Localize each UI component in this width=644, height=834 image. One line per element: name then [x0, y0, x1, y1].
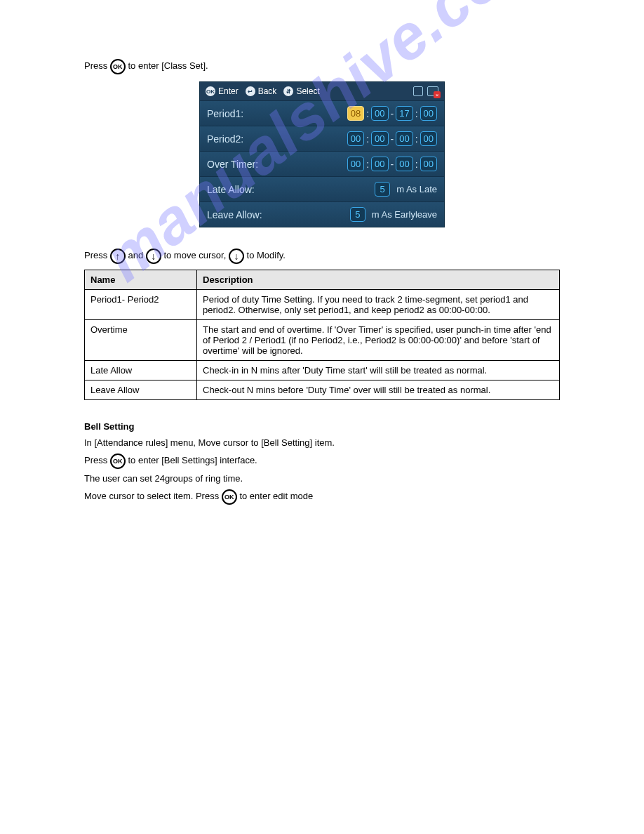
select-hint: ⇵Select	[283, 86, 319, 96]
table-row: Leave Allow Check-out N mins before 'Dut…	[85, 380, 560, 400]
cell-desc: Period of duty Time Setting. If you need…	[197, 290, 560, 320]
intro-prefix: Press	[84, 60, 110, 71]
th-desc: Description	[197, 270, 560, 290]
instr2-prefix: Press	[84, 250, 110, 260]
enter-label: Enter	[218, 86, 239, 96]
bell-line-3: Move cursor to select item. Press OK to …	[84, 489, 560, 505]
instr2-mid2: to move cursor,	[163, 250, 228, 260]
period1-end-min[interactable]: 00	[420, 106, 437, 121]
period2-start-min[interactable]: 00	[371, 131, 388, 146]
cell-name: Overtime	[85, 320, 197, 361]
cell-name: Period1- Period2	[85, 290, 197, 320]
bell-3-suffix: to enter edit mode	[239, 491, 313, 501]
late-allow-row: Late Allow: 5 m As Late	[200, 177, 444, 202]
ok-icon: OK	[110, 59, 126, 74]
cell-desc: The start and end of overtime. If 'Over …	[197, 320, 560, 361]
cell-desc: Check-in in N mins after 'Duty Time star…	[197, 361, 560, 380]
over-start-min[interactable]: 00	[371, 157, 388, 171]
bell-3-prefix: Move cursor to select item. Press	[84, 491, 222, 501]
late-allow-label: Late Allow:	[207, 184, 255, 195]
late-allow-value[interactable]: 5	[375, 182, 390, 197]
panel-header: OKEnter ↩Back ⇵Select	[200, 82, 444, 101]
cell-name: Late Allow	[85, 361, 197, 380]
intro-line: Press OK to enter [Class Set].	[84, 59, 560, 74]
period2-label: Period2:	[207, 133, 243, 145]
leave-allow-value[interactable]: 5	[350, 207, 365, 222]
select-label: Select	[296, 86, 319, 96]
table-row: Late Allow Check-in in N mins after 'Dut…	[85, 361, 560, 380]
over-end-min[interactable]: 00	[420, 157, 437, 171]
bell-1b-suffix: to enter [Bell Settings] interface.	[128, 455, 257, 465]
intro-suffix: to enter [Class Set].	[128, 60, 208, 71]
bell-line-1b: Press OK to enter [Bell Settings] interf…	[84, 454, 560, 469]
over-start-hour[interactable]: 00	[347, 157, 364, 171]
ok-icon: OK	[222, 489, 237, 505]
period2-end-min[interactable]: 00	[420, 131, 437, 146]
back-label: Back	[258, 86, 277, 96]
period1-start-hour[interactable]: 08	[347, 106, 364, 121]
instr2-suffix: to Modify.	[247, 250, 286, 260]
bell-heading: Bell Setting	[84, 421, 560, 432]
bell-line-2: The user can set 24groups of ring time.	[84, 472, 560, 486]
period2-end-hour[interactable]: 00	[396, 131, 412, 146]
cell-desc: Check-out N mins before 'Duty Time' over…	[197, 380, 560, 400]
overtimer-row: Over Timer: 00 : 00 - 00 : 00	[200, 152, 444, 177]
arrow-down-icon: ↓	[146, 249, 161, 264]
period1-start-min[interactable]: 00	[371, 106, 388, 121]
cell-name: Leave Allow	[85, 380, 197, 400]
table-row: Period1- Period2 Period of duty Time Set…	[85, 290, 560, 320]
period2-row: Period2: 00 : 00 - 00 : 00	[200, 126, 444, 152]
late-allow-suffix: m As Late	[396, 184, 437, 194]
ok-icon: OK	[110, 454, 126, 469]
bell-1b-prefix: Press	[84, 455, 110, 465]
sd-error-icon	[427, 86, 438, 96]
arrow-up-icon: ↑	[110, 249, 126, 264]
overtimer-label: Over Timer:	[207, 159, 258, 170]
bell-line-1a: In [Attendance rules] menu, Move cursor …	[84, 436, 560, 451]
cursor-instruction: Press ↑ and ↓ to move cursor, ↓ to Modif…	[84, 249, 560, 264]
leave-allow-label: Leave Allow:	[207, 209, 262, 220]
back-hint-icon: ↩	[246, 86, 255, 96]
ok-hint-icon: OK	[206, 86, 215, 96]
period1-row: Period1: 08 : 00 - 17 : 00	[200, 101, 444, 126]
period2-start-hour[interactable]: 00	[347, 131, 364, 146]
sd-icon	[413, 86, 423, 96]
class-set-panel: OKEnter ↩Back ⇵Select Period1: 08 : 00 -…	[199, 81, 445, 227]
arrow-down-icon-2: ↓	[229, 249, 244, 264]
period1-end-hour[interactable]: 17	[396, 106, 412, 121]
table-row: Overtime The start and end of overtime. …	[85, 320, 560, 361]
instr2-mid1: and	[128, 250, 145, 260]
select-hint-icon: ⇵	[283, 86, 293, 96]
over-end-hour[interactable]: 00	[396, 157, 412, 171]
back-hint: ↩Back	[246, 86, 277, 96]
enter-hint: OKEnter	[206, 86, 239, 96]
th-name: Name	[85, 270, 197, 290]
leave-allow-row: Leave Allow: 5 m As Earlyleave	[200, 202, 444, 227]
settings-table: Name Description Period1- Period2 Period…	[84, 270, 560, 400]
leave-allow-suffix: m As Earlyleave	[372, 209, 437, 220]
period1-label: Period1:	[207, 108, 243, 119]
